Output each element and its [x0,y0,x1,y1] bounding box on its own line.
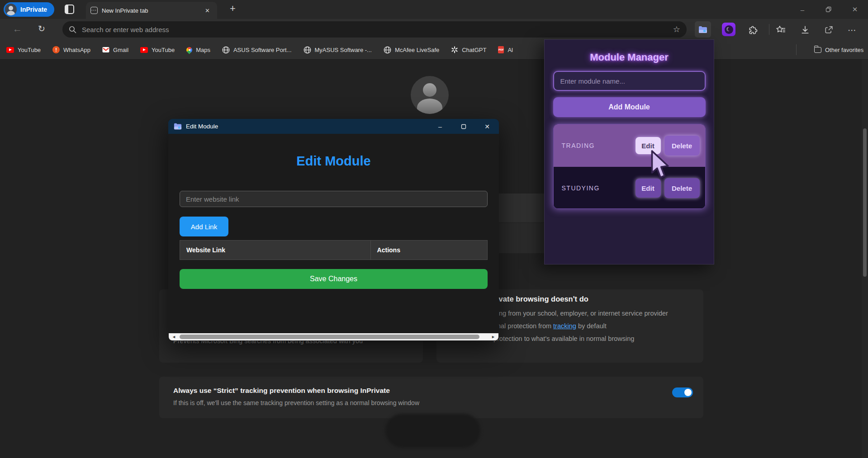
address-input[interactable] [82,26,673,33]
settings-more-icon[interactable]: ⋯ [847,24,858,35]
browser-window: InPrivate ··· New InPrivate tab ✕ + – ✕ … [0,0,868,458]
add-module-button[interactable]: Add Module [553,97,706,117]
save-changes-button[interactable]: Save Changes [180,269,488,289]
search-icon [69,26,76,33]
module-manager-title: Module Manager [545,52,714,63]
tab-title: New InPrivate tab [102,7,198,14]
folder-outline-icon [814,47,821,53]
downloads-icon[interactable] [800,24,811,35]
module-name-label: STUDYING [562,184,632,192]
favorite-maps[interactable]: Maps [186,47,210,53]
favorite-gmail[interactable]: Gmail [102,47,128,53]
new-tab-button[interactable]: + [225,3,240,14]
horizontal-scrollbar[interactable]: ◄ ► [169,333,498,340]
edit-module-window: Edit Module – ✕ Edit Module Add Link Web… [168,119,499,341]
chatgpt-icon [451,46,458,53]
favorites-bar: YouTube ! WhatsApp Gmail YouTube Maps AS… [0,40,868,60]
dark-theme-extension-button[interactable]: ☾ [722,23,735,36]
toggle-knob [684,389,692,396]
popup-close-button[interactable]: ✕ [475,119,499,134]
strict-tracking-title: Always use “Strict” tracking prevention … [173,387,390,395]
folder-app-icon [174,123,181,130]
favorites-hub-icon[interactable] [775,24,786,35]
favorites-divider [796,44,797,55]
back-icon[interactable]: ← [9,23,26,35]
module-list: TRADING Edit Delete STUDYING Edit Delete [553,124,706,209]
module-manager-extension-button[interactable] [695,21,711,38]
window-minimize-button[interactable]: – [789,0,816,19]
strict-tracking-subtitle: If this is off, we'll use the same track… [173,399,419,406]
inprivate-page-avatar [411,76,449,114]
popup-minimize-button[interactable]: – [428,119,452,134]
edit-module-studying-button[interactable]: Edit [636,179,661,198]
gmail-icon [102,47,109,53]
scroll-left-icon[interactable]: ◄ [172,335,176,339]
scroll-right-icon[interactable]: ► [491,335,495,339]
globe-icon [384,46,391,54]
window-close-button[interactable]: ✕ [842,0,868,19]
folder-extension-icon [699,26,707,33]
globe-icon [304,46,311,54]
blurred-element [385,414,480,448]
youtube-icon [6,47,14,53]
browser-titlebar: InPrivate ··· New InPrivate tab ✕ + – ✕ [0,0,868,19]
website-link-input[interactable] [180,191,488,207]
extensions-puzzle-icon[interactable] [747,24,758,35]
whatsapp-alert-icon: ! [52,46,60,53]
favorite-whatsapp[interactable]: ! WhatsApp [52,46,90,53]
tab-actions-icon[interactable] [65,5,74,14]
edit-module-titlebar[interactable]: Edit Module – ✕ [168,119,499,134]
favorite-chatgpt[interactable]: ChatGPT [451,46,486,53]
page-scrollbar-thumb[interactable] [863,128,867,277]
globe-icon [222,46,230,54]
edit-module-heading: Edit Module [180,154,488,169]
inprivate-tab-icon: ··· [90,7,98,14]
tracking-link[interactable]: tracking [553,322,576,330]
inprivate-badge-label: InPrivate [20,6,47,13]
tab-new-inprivate[interactable]: ··· New InPrivate tab ✕ [86,2,217,19]
maps-pin-icon [185,46,193,54]
module-name-label: TRADING [562,142,632,149]
strict-tracking-toggle[interactable] [672,387,693,397]
edit-module-window-title: Edit Module [186,123,428,130]
delete-module-studying-button[interactable]: Delete [664,178,700,198]
favorite-mcafee[interactable]: McAfee LiveSafe [384,46,439,54]
module-name-input[interactable] [553,71,706,91]
tab-close-icon[interactable]: ✕ [202,6,213,15]
module-row-studying: STUDYING Edit Delete [554,167,705,209]
strict-tracking-card [159,377,703,418]
toolbar-divider [769,24,769,35]
favorite-pdf[interactable]: PDF Al [498,46,513,53]
favorite-youtube[interactable]: YouTube [6,47,41,53]
table-header-website-link: Website Link [180,241,371,260]
moon-icon: ☾ [725,25,733,34]
refresh-icon[interactable]: ↻ [34,23,49,35]
favorite-asus-portal[interactable]: ASUS Software Port... [222,46,292,54]
pdf-icon: PDF [498,46,504,53]
add-favorite-star-icon[interactable]: ☆ [673,24,680,34]
links-table: Website Link Actions [180,240,488,260]
browser-toolbar: ← ↻ ☆ ☾ ⋯ [0,19,868,40]
address-bar[interactable]: ☆ [62,21,687,38]
mouse-cursor-icon [650,150,672,179]
share-icon[interactable] [823,24,834,35]
inprivate-badge[interactable]: InPrivate [4,2,54,17]
page-scrollbar[interactable] [862,60,868,458]
module-row-trading: TRADING Edit Delete [554,124,705,167]
profile-avatar-icon [5,4,17,15]
favorite-youtube-2[interactable]: YouTube [140,47,175,53]
window-restore-button[interactable] [816,0,842,19]
popup-maximize-button[interactable] [452,119,475,134]
favorite-myasus[interactable]: MyASUS Software -... [304,46,372,54]
youtube-icon [140,47,148,53]
module-manager-popup: Module Manager Add Module TRADING Edit D… [544,39,714,264]
horizontal-scrollbar-thumb[interactable] [180,335,479,339]
add-link-button[interactable]: Add Link [180,217,228,236]
table-header-actions: Actions [370,241,487,260]
other-favorites-button[interactable]: Other favorites [814,40,863,60]
